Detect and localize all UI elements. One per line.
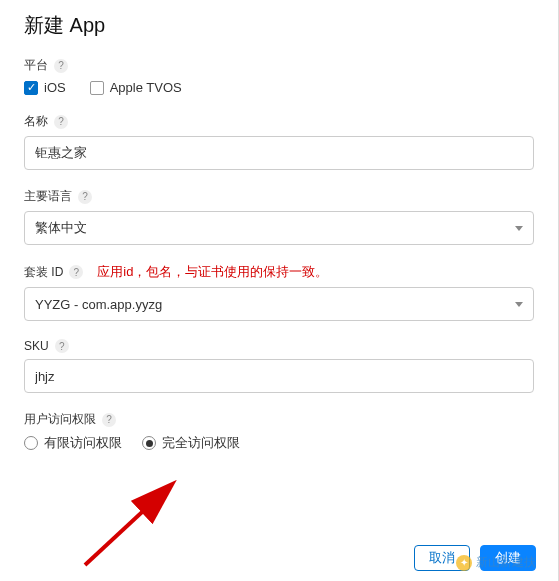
radio-full-label: 完全访问权限 bbox=[162, 434, 240, 452]
bundle-section: 套装 ID ? 应用id，包名，与证书使用的保持一致。 YYZG - com.a… bbox=[24, 263, 534, 321]
radio-limited-label: 有限访问权限 bbox=[44, 434, 122, 452]
svg-line-1 bbox=[85, 488, 168, 565]
radio-limited-access[interactable]: 有限访问权限 bbox=[24, 434, 122, 452]
chevron-down-icon bbox=[515, 226, 523, 231]
radio-icon bbox=[24, 436, 38, 450]
help-icon[interactable]: ? bbox=[69, 265, 83, 279]
language-label: 主要语言 bbox=[24, 188, 72, 205]
checkbox-tvos[interactable]: Apple TVOS bbox=[90, 80, 182, 95]
sku-section: SKU ? bbox=[24, 339, 534, 393]
name-section: 名称 ? bbox=[24, 113, 534, 170]
bundle-label: 套装 ID bbox=[24, 264, 63, 281]
help-icon[interactable]: ? bbox=[54, 115, 68, 129]
help-icon[interactable]: ? bbox=[78, 190, 92, 204]
radio-full-access[interactable]: 完全访问权限 bbox=[142, 434, 240, 452]
platform-section: 平台 ? iOS Apple TVOS bbox=[24, 57, 534, 95]
access-label: 用户访问权限 bbox=[24, 411, 96, 428]
checkbox-tvos-label: Apple TVOS bbox=[110, 80, 182, 95]
create-button[interactable]: 创建 bbox=[480, 545, 536, 571]
checkbox-ios[interactable]: iOS bbox=[24, 80, 66, 95]
language-section: 主要语言 ? 繁体中文 bbox=[24, 188, 534, 245]
language-value: 繁体中文 bbox=[35, 219, 87, 237]
access-section: 用户访问权限 ? 有限访问权限 完全访问权限 bbox=[24, 411, 534, 452]
bundle-annotation: 应用id，包名，与证书使用的保持一致。 bbox=[97, 263, 328, 281]
help-icon[interactable]: ? bbox=[55, 339, 69, 353]
help-icon[interactable]: ? bbox=[54, 59, 68, 73]
checkbox-icon bbox=[24, 81, 38, 95]
help-icon[interactable]: ? bbox=[102, 413, 116, 427]
name-input[interactable] bbox=[24, 136, 534, 170]
bundle-value: YYZG - com.app.yyzg bbox=[35, 297, 162, 312]
name-label: 名称 bbox=[24, 113, 48, 130]
sku-input[interactable] bbox=[24, 359, 534, 393]
language-select[interactable]: 繁体中文 bbox=[24, 211, 534, 245]
cancel-button[interactable]: 取消 bbox=[414, 545, 470, 571]
chevron-down-icon bbox=[515, 302, 523, 307]
sku-label: SKU bbox=[24, 339, 49, 353]
bundle-select[interactable]: YYZG - com.app.yyzg bbox=[24, 287, 534, 321]
annotation-arrow-icon bbox=[80, 480, 190, 570]
checkbox-icon bbox=[90, 81, 104, 95]
platform-label: 平台 bbox=[24, 57, 48, 74]
page-title: 新建 App bbox=[24, 12, 534, 39]
radio-icon bbox=[142, 436, 156, 450]
checkbox-ios-label: iOS bbox=[44, 80, 66, 95]
dialog-footer: 取消 创建 bbox=[414, 545, 536, 571]
